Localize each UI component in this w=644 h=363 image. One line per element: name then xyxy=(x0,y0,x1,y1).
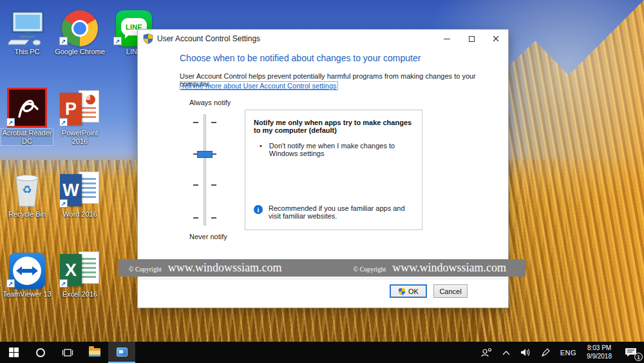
clock-date: 9/9/2018 xyxy=(587,353,612,361)
shortcut-arrow-icon xyxy=(59,37,68,45)
cortana-button[interactable] xyxy=(27,342,54,363)
desktop-icon-powerpoint[interactable]: P PowerPoint 2016 xyxy=(54,85,106,145)
slider-tick xyxy=(193,217,198,219)
panel-bullet-item: • Don't notify me when I make changes to… xyxy=(260,142,413,157)
shortcut-arrow-icon xyxy=(59,118,68,126)
people-icon xyxy=(481,348,492,357)
close-icon xyxy=(493,35,499,42)
maximize-icon xyxy=(469,36,475,42)
slider-tick xyxy=(193,184,198,186)
slider-tick xyxy=(211,217,216,219)
minimize-button[interactable] xyxy=(435,30,459,48)
window-title: User Account Control Settings xyxy=(157,34,435,43)
shortcut-arrow-icon xyxy=(113,37,122,45)
icon-label: Word 2016 xyxy=(54,210,106,219)
close-button[interactable] xyxy=(484,30,508,48)
desktop-icon-acrobat[interactable]: Acrobat Reader DC xyxy=(1,85,53,145)
desktop: This PC Google Chrome LINE LINE Acrobat … xyxy=(0,0,644,363)
slider-handle[interactable] xyxy=(197,151,213,158)
cortana-icon xyxy=(36,348,45,357)
speaker-icon xyxy=(520,348,531,357)
shortcut-arrow-icon xyxy=(59,199,68,208)
note-text: Recommended if you use familiar apps and… xyxy=(269,204,415,220)
cancel-label: Cancel xyxy=(439,288,461,295)
window-titlebar[interactable]: User Account Control Settings xyxy=(138,30,508,48)
system-tray: ENG 8:03 PM 9/9/2018 1 xyxy=(476,342,644,363)
slider-bottom-label: Never notify xyxy=(189,233,227,240)
bullet-glyph: • xyxy=(260,142,262,157)
uac-slider-track[interactable] xyxy=(204,114,206,226)
ok-label: OK xyxy=(408,288,419,295)
notification-level-panel: Notify me only when apps try to make cha… xyxy=(245,110,422,230)
watermark-left: © Copyright www.windowssiam.com xyxy=(129,261,281,275)
icon-label: Acrobat Reader DC xyxy=(1,129,53,145)
desktop-icon-recycle-bin[interactable]: ♻ Recycle Bin xyxy=(1,166,53,219)
windows-logo-icon xyxy=(9,348,19,357)
icon-label: TeamViewer 13 xyxy=(1,290,53,299)
taskbar-clock[interactable]: 8:03 PM 9/9/2018 xyxy=(582,342,617,363)
taskbar-uac-app-button[interactable] xyxy=(108,342,135,363)
language-indicator[interactable]: ENG xyxy=(555,342,582,363)
chevron-up-icon xyxy=(502,350,510,355)
icon-label: Recycle Bin xyxy=(1,210,53,219)
slider-tick xyxy=(193,122,198,123)
clock-time: 8:03 PM xyxy=(587,344,611,353)
pen-icon xyxy=(541,348,550,357)
volume-button[interactable] xyxy=(515,342,536,363)
icon-label: Excel 2016 xyxy=(54,290,106,299)
start-button[interactable] xyxy=(0,342,27,363)
desktop-icon-this-pc[interactable]: This PC xyxy=(1,4,53,56)
panel-title: Notify me only when apps try to make cha… xyxy=(254,119,414,134)
action-center-button[interactable]: 1 xyxy=(617,342,644,363)
task-view-button[interactable] xyxy=(54,342,81,363)
icon-label: Google Chrome xyxy=(54,48,106,56)
page-title: Choose when to be notified about changes… xyxy=(180,53,482,63)
people-button[interactable] xyxy=(476,342,497,363)
minimize-icon xyxy=(444,39,450,39)
windows-ink-button[interactable] xyxy=(536,342,555,363)
info-icon xyxy=(254,205,263,214)
shortcut-arrow-icon xyxy=(6,279,15,288)
taskbar: ENG 8:03 PM 9/9/2018 1 xyxy=(0,342,644,363)
panel-note: Recommended if you use familiar apps and… xyxy=(254,204,415,220)
uac-learn-more-link[interactable]: Tell me more about User Account Control … xyxy=(180,81,338,90)
uac-shield-icon xyxy=(143,34,153,44)
slider-tick xyxy=(211,184,216,186)
this-pc-icon xyxy=(8,10,46,46)
ok-button[interactable]: OK xyxy=(390,284,427,298)
file-explorer-icon xyxy=(89,348,100,357)
button-divider xyxy=(138,279,508,279)
cancel-button[interactable]: Cancel xyxy=(433,284,468,298)
slider-tick xyxy=(211,122,216,123)
notification-badge: 1 xyxy=(634,353,643,361)
desktop-icon-teamviewer[interactable]: TeamViewer 13 xyxy=(1,246,53,299)
file-explorer-button[interactable] xyxy=(81,342,108,363)
maximize-button[interactable] xyxy=(459,30,484,48)
shortcut-arrow-icon xyxy=(6,118,15,126)
icon-label: PowerPoint 2016 xyxy=(54,129,106,145)
icon-label: This PC xyxy=(1,48,53,56)
desktop-icon-word[interactable]: W Word 2016 xyxy=(54,166,106,219)
recycle-symbol-icon: ♻ xyxy=(22,182,32,196)
slider-top-label: Always notify xyxy=(189,99,231,106)
desktop-icon-excel[interactable]: X Excel 2016 xyxy=(54,246,106,299)
desktop-icon-google-chrome[interactable]: Google Chrome xyxy=(54,4,106,56)
show-hidden-icons-button[interactable] xyxy=(497,342,515,363)
bullet-text: Don't notify me when I make changes to W… xyxy=(269,142,413,157)
control-panel-app-icon xyxy=(117,348,128,357)
uac-shield-icon xyxy=(398,288,406,295)
shortcut-arrow-icon xyxy=(59,279,68,288)
task-view-icon xyxy=(62,348,73,357)
watermark-right: © Copyright www.windowssiam.com xyxy=(354,261,506,275)
watermark-bar: © Copyright www.windowssiam.com © Copyri… xyxy=(118,259,526,277)
